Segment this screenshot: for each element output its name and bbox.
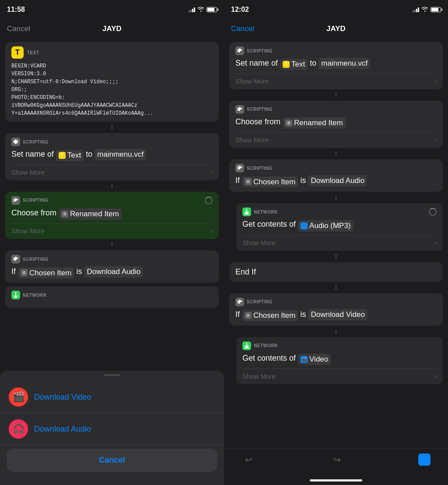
right-network1-content: Get contents of 🎵 Audio (MP3) [242,219,437,231]
sheet-handle [104,374,120,376]
download-audio-label-left: Download Audio [87,267,140,277]
right-show-more-network2: Show More [242,373,276,380]
left-scripting2-show-more[interactable]: Show More › [11,223,213,235]
right-text-pill-icon: T [283,61,290,68]
right-gear-pill-icon: ⚙ [285,119,292,127]
right-scripting0-card: SCRIPTING Set name of T Text to mainmenu… [229,42,443,89]
right-home-indicator [224,470,448,485]
right-text-pill[interactable]: T Text [280,59,308,70]
right-loading-spinner [429,208,437,216]
renamed-item-pill[interactable]: ⚙ Renamed Item [59,208,122,220]
text-badge-icon: T [11,46,24,59]
download-audio-item[interactable]: 🎧 Download Audio [0,413,224,445]
right-scripting-icon-3 [235,298,244,306]
right-is-text: is [300,176,308,185]
right-scroll-content: SCRIPTING Set name of T Text to mainmenu… [224,39,448,448]
right-connector-5 [336,285,336,290]
right-scripting1-category: SCRIPTING [235,105,437,114]
download-audio-pill-left[interactable]: Download Audio [84,266,143,278]
right-if-text-3: If [235,310,242,319]
right-signal-icon [413,7,419,12]
right-scripting2-content: If ⚙ Chosen Item is Download Audio [235,175,437,187]
right-scripting1-show-more[interactable]: Show More › [235,132,437,144]
download-video-item[interactable]: 🎬 Download Video [0,381,224,413]
redo-button[interactable]: ↪ [330,453,344,467]
right-renamed-item-label: Renamed Item [294,118,343,128]
right-end-if-card: End If [229,262,443,282]
right-show-more-0: Show More [235,77,269,85]
right-network1-card: NETWORK Get contents of 🎵 Audio (MP3) Sh… [236,203,443,250]
left-scripting2-category: SCRIPTING [11,196,213,205]
left-scripting2-content: Choose from ⚙ Renamed Item [11,207,213,220]
right-video-label: Video [309,354,328,365]
end-if-label: End If [235,267,256,276]
left-network-partial-card: NETWORK [5,286,219,308]
right-filename-pill[interactable]: mainmenu.vcf [318,58,370,69]
right-scripting0-show-more[interactable]: Show More › [235,74,437,85]
gear-pill-icon-2: ⚙ [21,269,28,276]
right-network-icon-1 [242,207,251,216]
right-scripting0-content: Set name of T Text to mainmenu.vcf [235,58,437,70]
undo-button[interactable]: ↩ [242,453,256,467]
left-scripting1-category: SCRIPTING [11,137,213,146]
is-text-left: is [76,267,84,276]
right-chevron-network2: › [434,373,437,380]
connector-1 [112,125,112,130]
left-nav-title: JAYD [102,25,122,33]
right-cancel-button[interactable]: Cancel [231,25,254,33]
renamed-item-label: Renamed Item [70,209,119,219]
right-download-audio-pill[interactable]: Download Audio [308,175,367,186]
left-text-card: T TEXT BEGIN:VCARD VERSION:3.0 N;CHARSET… [5,42,219,122]
right-audio-pill-icon: 🎵 [301,222,308,229]
text-pill[interactable]: T Text [56,150,84,161]
right-scripting2-category: SCRIPTING [235,164,437,172]
right-chosen-item-pill[interactable]: ⚙ Chosen Item [242,176,298,188]
filename-pill[interactable]: mainmenu.vcf [94,149,146,160]
right-download-video-label: Download Video [311,309,365,320]
right-network2-card: NETWORK Get contents of 🎬 Video Show Mor… [236,337,443,384]
scripting-icon-3 [11,255,20,264]
right-gear-pill-icon-2: ⚙ [245,178,252,185]
right-connector-6 [336,329,336,334]
right-scripting-icon-2 [235,164,244,172]
right-scripting0-category: SCRIPTING [235,46,437,55]
right-scripting2-label: SCRIPTING [247,166,273,171]
left-panel: 11:58 Cancel JAYD T TEXT [0,0,224,485]
right-network1-show-more[interactable]: Show More › [242,235,437,246]
blue-square-button[interactable] [418,453,430,466]
right-video-pill-icon: 🎬 [301,356,308,363]
sheet-cancel-button[interactable]: Cancel [7,449,217,472]
right-is-text-3: is [300,310,308,319]
right-connector-3 [336,195,336,200]
left-time: 11:58 [7,6,25,14]
svg-rect-1 [244,348,249,348]
right-chosen-item-pill-3[interactable]: ⚙ Chosen Item [242,310,298,321]
right-nav-bar: Cancel JAYD [224,19,448,39]
right-download-video-pill[interactable]: Download Video [308,309,368,320]
right-time: 12:02 [231,6,249,14]
right-get-contents-text-2: Get contents of [242,354,298,362]
right-scripting3-content: If ⚙ Chosen Item is Download Video [235,309,437,321]
right-network2-category: NETWORK [242,341,437,350]
bottom-sheet: 🎬 Download Video 🎧 Download Audio Cancel [0,371,224,485]
left-scripting3-content: If ⚙ Chosen Item is Download Audio [11,266,213,278]
right-renamed-item-pill[interactable]: ⚙ Renamed Item [283,117,346,129]
right-scripting3-card: SCRIPTING If ⚙ Chosen Item is Download V… [229,293,443,326]
left-text-card-header: T TEXT [11,46,213,59]
chosen-item-pill-left[interactable]: ⚙ Chosen Item [18,267,74,279]
right-set-name-text: Set name of [235,59,280,67]
right-audio-mp3-pill[interactable]: 🎵 Audio (MP3) [298,220,353,232]
left-scripting2-card: SCRIPTING Choose from ⚙ Renamed Item Sho… [5,192,219,239]
show-more-text-2: Show More [11,227,45,235]
right-scripting3-label: SCRIPTING [247,299,273,304]
right-network2-show-more[interactable]: Show More › [242,369,437,380]
left-text-label: TEXT [27,50,39,55]
to-text: to [86,150,94,158]
right-nav-title: JAYD [326,25,346,33]
left-scripting1-show-more[interactable]: Show More › [11,165,213,176]
left-cancel-button[interactable]: Cancel [7,25,30,33]
right-scripting-icon-0 [235,46,244,55]
right-if-text: If [235,176,242,185]
right-video-pill[interactable]: 🎬 Video [298,354,331,365]
right-filename-label: mainmenu.vcf [321,58,368,69]
